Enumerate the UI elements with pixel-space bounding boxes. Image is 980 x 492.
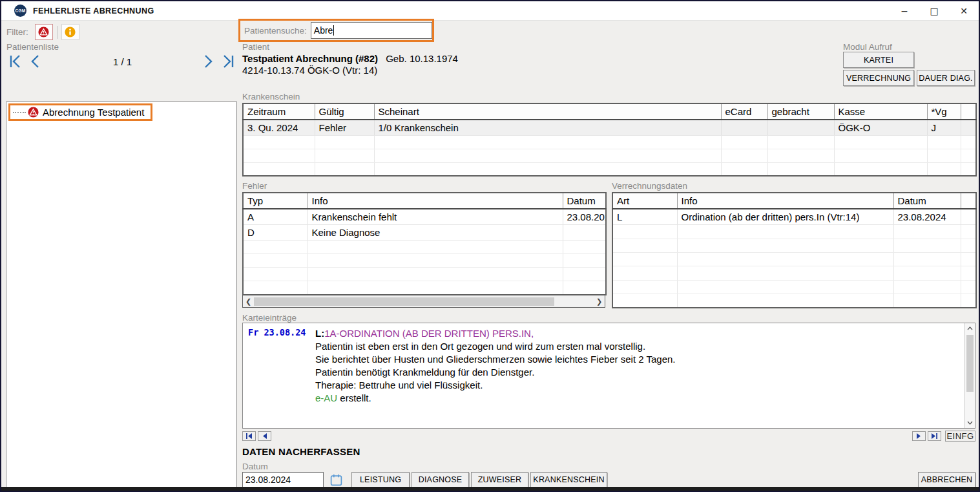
entry-line: Patientin benötigt Krankmeldung für den …: [315, 366, 676, 379]
last-page-icon: [220, 54, 236, 69]
col-gebracht[interactable]: gebracht: [767, 103, 834, 120]
kartei-entries[interactable]: Fr 23.08.24 L:1A-ORDINATION (AB DER DRIT…: [242, 323, 975, 429]
nav-last-button[interactable]: [220, 54, 236, 69]
filter-divider: [57, 26, 57, 39]
scroll-left-icon[interactable]: ❮: [243, 295, 254, 307]
col-spacer: [961, 103, 976, 120]
close-button[interactable]: ✕: [949, 1, 979, 20]
patient-birthdate: Geb. 10.13.1974: [386, 53, 458, 64]
alert-icon: [38, 27, 49, 37]
patient-search-label: Patientensuche:: [244, 26, 307, 36]
tree-item-abrechnung[interactable]: Abrechnung Testpatient: [8, 103, 152, 121]
fehler-hscrollbar[interactable]: ❮ ❯: [242, 295, 605, 308]
empty-row: [243, 149, 976, 162]
nacherfassen-title: DATEN NACHERFASSEN: [242, 446, 360, 457]
first-page-icon: [8, 54, 23, 69]
fehler-row[interactable]: A Krankenschein fehlt 23.08.2024: [243, 209, 606, 224]
alert-icon: [28, 107, 39, 118]
dauer-diag-button[interactable]: DAUER DIAG.: [917, 70, 975, 86]
abbrechen-button[interactable]: ABBRECHEN: [918, 472, 975, 487]
fehler-table: Typ Info Datum A Krankenschein fehlt 23.…: [242, 192, 607, 295]
scroll-thumb[interactable]: [966, 335, 974, 392]
entry-line: Therapie: Bettruhe und viel Flüssigkeit.: [315, 379, 676, 392]
col-vg[interactable]: *Vg: [927, 103, 961, 120]
krankenschein-table: Zeitraum Gültig Scheinart eCard gebracht…: [242, 103, 977, 176]
filter-label: Filter:: [6, 27, 28, 37]
einfg-badge: EINFG: [945, 431, 975, 442]
titlebar: CGM FEHLERLISTE ABRECHNUNG − □ ✕: [1, 1, 979, 21]
eau-rest: erstellt.: [337, 392, 371, 403]
patient-search-value: Abre: [314, 25, 333, 36]
verrechnungsdaten-label: Verrechnungsdaten: [612, 181, 687, 191]
patient-insurance: 4214-10.13.74 ÖGK-O (Vtr: 14): [242, 65, 377, 76]
empty-row: [243, 281, 606, 295]
filter-bar: Filter:: [6, 24, 79, 40]
next-page-icon: [202, 54, 215, 69]
filter-alert-button[interactable]: [35, 24, 53, 40]
patient-tree[interactable]: Abrechnung Testpatient: [6, 102, 237, 489]
entry-line: Sie berichtet über Husten und Gliedersch…: [315, 353, 676, 366]
prev-page-icon: [28, 54, 41, 69]
patient-search-input[interactable]: Abre: [311, 22, 432, 39]
col-info[interactable]: Info: [677, 193, 893, 209]
kartei-nav-next-button[interactable]: [912, 431, 926, 441]
col-scheinart[interactable]: Scheinart: [374, 103, 721, 120]
krankenschein-button[interactable]: KRANKENSCHEIN: [530, 472, 607, 487]
filter-info-button[interactable]: [61, 24, 79, 40]
nav-prev-button[interactable]: [28, 54, 41, 69]
col-datum[interactable]: Datum: [893, 193, 961, 209]
scroll-down-icon[interactable]: [964, 418, 975, 428]
entry-title-line: L:1A-ORDINATION (AB DER DRITTEN) PERS.IN…: [315, 327, 676, 340]
fehlerliste-window: CGM FEHLERLISTE ABRECHNUNG − □ ✕ Filter:: [0, 0, 980, 492]
nav-next-button[interactable]: [202, 54, 215, 69]
empty-row: [612, 239, 976, 252]
last-record-icon: [931, 433, 938, 439]
diagnose-button[interactable]: DIAGNOSE: [412, 472, 469, 487]
zuweiser-button[interactable]: ZUWEISER: [471, 472, 528, 487]
krankenschein-row[interactable]: 3. Qu. 2024 Fehler 1/0 Krankenschein ÖGK…: [243, 120, 976, 135]
col-typ[interactable]: Typ: [243, 193, 308, 209]
bottom-strip: [1, 487, 979, 491]
verrechnungsdaten-table: Art Info Datum L Ordination (ab der drit…: [612, 192, 977, 308]
col-zeitraum[interactable]: Zeitraum: [243, 103, 315, 120]
leistung-button[interactable]: LEISTUNG: [351, 472, 410, 487]
datum-label: Datum: [242, 462, 268, 471]
patient-name: Testpatient Abrechnung (#82): [242, 53, 378, 64]
fehler-label: Fehler: [242, 181, 267, 191]
empty-row: [612, 253, 976, 266]
entry-type-prefix: L:: [315, 328, 324, 339]
empty-row: [243, 254, 606, 268]
kartei-button[interactable]: KARTEI: [843, 52, 914, 68]
kartei-nav-prev-button[interactable]: [258, 431, 271, 441]
kartei-nav-first-button[interactable]: [242, 431, 256, 441]
col-art[interactable]: Art: [612, 193, 677, 209]
patientenliste-label: Patientenliste: [6, 42, 59, 52]
scroll-thumb[interactable]: [254, 297, 554, 306]
verrechnung-button[interactable]: VERRECHNUNG: [843, 70, 914, 86]
col-ecard[interactable]: eCard: [721, 103, 767, 120]
maximize-button[interactable]: □: [919, 1, 949, 20]
empty-row: [612, 280, 976, 294]
kartei-nav-last-button[interactable]: [928, 431, 941, 441]
kartei-vscrollbar[interactable]: [964, 323, 975, 428]
calendar-button[interactable]: [328, 472, 344, 487]
scroll-up-icon[interactable]: [964, 323, 975, 334]
col-datum[interactable]: Datum: [563, 193, 606, 209]
verrechnung-row[interactable]: L Ordination (ab der dritten) pers.In (V…: [612, 209, 976, 224]
patient-search-highlight: Patientensuche: Abre: [238, 19, 434, 42]
col-gueltig[interactable]: Gültig: [315, 103, 374, 120]
text-caret: [333, 25, 334, 36]
patient-nav: 1 / 1: [6, 53, 237, 70]
nav-first-button[interactable]: [8, 54, 23, 69]
col-info[interactable]: Info: [308, 193, 563, 209]
fehler-row[interactable]: D Keine Diagnose: [243, 224, 606, 240]
scroll-right-icon[interactable]: ❯: [594, 295, 605, 307]
page-indicator: 1 / 1: [113, 56, 132, 67]
window-title: FEHLERLISTE ABRECHNUNG: [33, 6, 154, 16]
col-kasse[interactable]: Kasse: [834, 103, 927, 120]
empty-row: [243, 135, 976, 149]
minimize-button[interactable]: −: [890, 1, 919, 20]
datum-input[interactable]: 23.08.2024: [242, 472, 324, 487]
entry-date: Fr 23.08.24: [248, 327, 315, 428]
col-spacer: [961, 193, 976, 209]
